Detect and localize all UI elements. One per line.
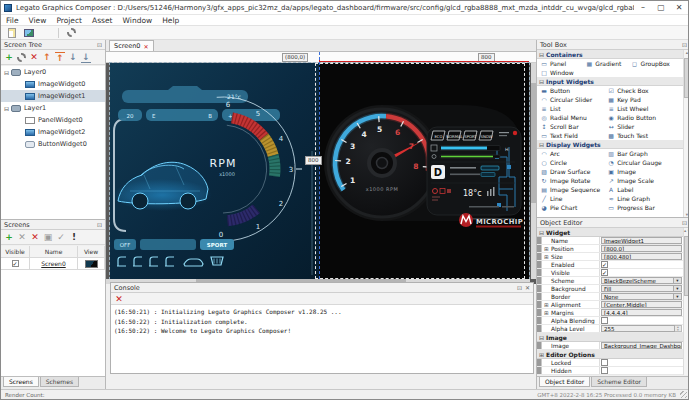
tab-schemes[interactable]: Schemes [40, 377, 79, 387]
toolbox-widget-item[interactable]: ◻ GroupBox [628, 59, 673, 68]
pin-icon[interactable]: ⊡ [517, 284, 522, 291]
toolbox-widget-item[interactable]: ▬ Button [537, 86, 604, 95]
add-layer-button[interactable]: + [4, 51, 14, 63]
dropdown-arrow-icon[interactable]: ▾ [674, 285, 682, 292]
remove-screen-button[interactable]: ✕ [17, 231, 27, 243]
resize-grip[interactable] [680, 391, 687, 398]
tree-item[interactable]: ⊟ Layer1 [1, 102, 105, 114]
menu-item[interactable]: File [1, 16, 24, 25]
toolbox-widget-item[interactable]: ▭ Progress Bar [604, 203, 671, 212]
delete-screen-button[interactable]: ✕ [30, 231, 40, 243]
size-field[interactable]: [800,480] [601, 253, 682, 260]
toolbox-widget-item[interactable]: ▦ Key Pad [604, 95, 671, 104]
visible-checkbox[interactable] [12, 260, 19, 267]
delete-layer-button[interactable]: ✕ [29, 51, 39, 63]
confirm-icon[interactable]: ✓ [56, 231, 66, 243]
name-field[interactable]: ImageWidget1 [601, 237, 682, 244]
screen-image-widget1[interactable]: 1 2 3 4 5 6 7 8 x1000 RPM [319, 63, 529, 279]
screen-thumbnail[interactable] [85, 260, 98, 268]
expander-icon[interactable]: ⊞ [544, 246, 550, 252]
toolbox-widget-item[interactable]: ↻ Image Rotate [537, 176, 604, 185]
scroll-thumb[interactable] [684, 58, 689, 98]
tree-item[interactable]: PanelWidget0 [1, 114, 105, 126]
scroll-thumb[interactable] [684, 236, 689, 296]
close-button[interactable]: ✕ [670, 1, 688, 14]
position-field[interactable]: [800,0] [601, 245, 682, 252]
design-canvas[interactable]: (800,0) 800 [106, 52, 536, 284]
dropdown-arrow-icon[interactable]: ▾ [674, 277, 682, 284]
menu-item[interactable]: Project [51, 16, 87, 25]
alignment-field[interactable]: [Center,Middle] [601, 301, 682, 308]
toolbox-widget-item[interactable]: ↔ Slider [604, 122, 671, 131]
toolbox-widget-item[interactable]: ▭ Panel [537, 59, 582, 68]
tree-item[interactable]: ImageWidget2 [1, 126, 105, 138]
clear-console-button[interactable]: ✕ [114, 293, 124, 305]
minimize-button[interactable]: – [634, 1, 652, 14]
toolbox-widget-item[interactable]: ◕ Pie Chart [537, 203, 604, 212]
toolbox-widget-item[interactable]: ▥ Bar Graph [604, 149, 671, 158]
toolbox-section-header[interactable]: ⊟ Input Widgets [537, 77, 683, 86]
alpha-level-field[interactable]: 255 [601, 325, 675, 332]
toolbox-widget-item[interactable]: ○ Circle [537, 158, 604, 167]
console-close-icon[interactable]: ✕ [525, 284, 530, 291]
toolbox-widget-item[interactable]: ▭ Text Field [537, 131, 604, 140]
scheme-field[interactable]: BlackBezelScheme [601, 277, 674, 284]
visible-checkbox[interactable] [601, 269, 608, 276]
export-button[interactable] [39, 27, 52, 39]
expander-icon[interactable]: ⊟ [4, 105, 11, 112]
tree-item[interactable]: ImageWidget0 [1, 78, 105, 90]
alpha-blending-checkbox[interactable] [601, 317, 608, 324]
toolbox-widget-item[interactable]: ▤ Image Sequence [537, 185, 604, 194]
pin-icon[interactable]: ⊡ [682, 41, 687, 48]
image-section-bar[interactable]: ⊟ Image [537, 333, 683, 342]
tab-screen0[interactable]: Screen0 ✕ [109, 40, 154, 51]
settings-button[interactable] [65, 27, 78, 39]
screen-image-widget0[interactable]: 21°c 20 E B + [110, 63, 319, 279]
tab-object-editor[interactable]: Object Editor [539, 377, 590, 387]
move-to-top-button[interactable]: ↑ [55, 52, 65, 63]
import-images-button[interactable] [22, 27, 35, 39]
background-select[interactable]: Fill [601, 285, 674, 292]
expander-icon[interactable]: ⊟ [539, 51, 544, 58]
scroll-up-icon[interactable]: ▴ [684, 228, 686, 233]
expander-icon[interactable]: ⊟ [539, 229, 544, 236]
toolbox-section-header[interactable]: ⊟ Containers [537, 50, 683, 59]
tab-close-icon[interactable]: ✕ [143, 43, 148, 50]
menu-item[interactable]: Help [157, 16, 184, 25]
toolbox-scrollbar[interactable]: ▴ ▾ [683, 50, 689, 217]
toolbox-widget-item[interactable]: ▨ Draw Surface [537, 167, 604, 176]
toolbox-widget-item[interactable]: ◠ Circular Slider [537, 95, 604, 104]
expander-icon[interactable]: ⊞ [544, 302, 550, 308]
add-screen-button[interactable]: + [4, 231, 14, 243]
spinner-icon[interactable]: ▴▾ [675, 325, 682, 332]
toolbox-widget-item[interactable]: ◔ Circular Gauge [604, 158, 671, 167]
tree-item[interactable]: ⊟ Layer0 [1, 66, 105, 78]
toolbox-widget-item[interactable]: ▣ Image [604, 167, 671, 176]
dropdown-arrow-icon[interactable]: ▾ [674, 293, 682, 300]
pin-icon[interactable]: ⊡ [97, 221, 102, 228]
pin-icon[interactable]: ⊡ [682, 219, 687, 226]
menu-item[interactable]: View [24, 16, 52, 25]
toolbox-widget-item[interactable]: ◠ Arc [537, 149, 604, 158]
expander-icon[interactable]: ⊟ [539, 334, 544, 341]
tree-item[interactable]: ButtonWidget0 [1, 138, 105, 150]
menu-item[interactable]: Window [118, 16, 158, 25]
expander-icon[interactable]: ⊟ [539, 78, 544, 85]
toolbox-widget-item[interactable]: ↗ Image Scale [604, 176, 671, 185]
scroll-down-icon[interactable]: ▾ [684, 212, 689, 217]
move-down-button[interactable]: ↓ [68, 51, 78, 63]
toolbox-widget-item[interactable]: ≈ Line Graph [604, 194, 671, 203]
maximize-button[interactable]: ▢ [652, 1, 670, 14]
toolbox-widget-item[interactable]: ◎ Radial Menu [537, 113, 604, 122]
move-up-button[interactable]: ↑ [42, 51, 52, 63]
toolbox-widget-item[interactable]: ≡ List [537, 104, 604, 113]
border-select[interactable]: None [601, 293, 674, 300]
toolbox-widget-item[interactable]: □ Window [537, 68, 582, 77]
layer-settings-icon[interactable] [17, 53, 26, 62]
expander-icon[interactable]: ⊟ [539, 141, 544, 148]
toolbox-widget-item[interactable]: ☑ Check Box [604, 86, 671, 95]
toolbox-widget-item[interactable]: ▩ Touch Test [604, 131, 671, 140]
toolbox-widget-item[interactable]: ≡ List Wheel [604, 104, 671, 113]
image-field[interactable]: Background_Image_Dashboard [601, 342, 682, 349]
toolbox-section-header[interactable]: ⊟ Display Widgets [537, 140, 683, 149]
